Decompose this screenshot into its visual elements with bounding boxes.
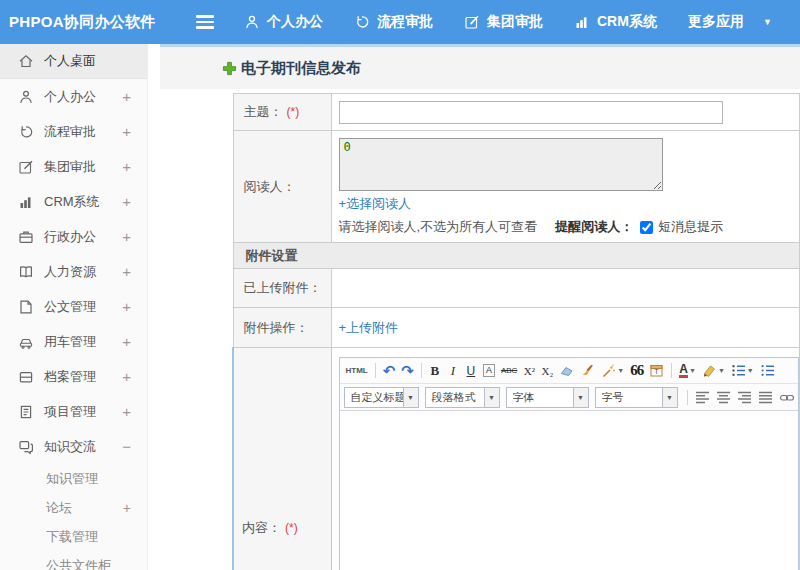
subject-row: 主题：(*): [233, 94, 800, 131]
sidebar-subitem-forum[interactable]: 论坛 +: [0, 493, 147, 522]
italic-button[interactable]: I: [445, 361, 461, 380]
nav-personal-office[interactable]: 个人办公: [244, 13, 323, 31]
subject-input[interactable]: [339, 101, 723, 124]
collapse-sign[interactable]: −: [122, 438, 131, 455]
strikethrough-button[interactable]: ABC: [499, 361, 519, 380]
caret-down-icon: ▼: [403, 388, 418, 407]
font-style-button[interactable]: A: [481, 361, 497, 380]
expand-sign[interactable]: +: [122, 333, 131, 350]
sidebar-item-project-mgmt[interactable]: 项目管理 +: [0, 394, 147, 429]
align-right-button[interactable]: [735, 388, 754, 407]
undo-button[interactable]: ↶: [381, 361, 398, 380]
nav-more-apps[interactable]: 更多应用: [688, 13, 744, 31]
sidebar-item-label: 用车管理: [44, 333, 96, 351]
sidebar-subitem-knowledge-mgmt[interactable]: 知识管理: [0, 464, 147, 493]
font-family-dropdown[interactable]: 字体▼: [506, 387, 589, 408]
sms-notify-checkbox[interactable]: [640, 221, 653, 234]
expand-sign[interactable]: +: [123, 500, 131, 516]
subscript-button[interactable]: X₂: [539, 361, 555, 380]
expand-sign[interactable]: +: [122, 263, 131, 280]
highlight-pen-button[interactable]: ▼: [700, 361, 727, 380]
readers-label: 阅读人：: [244, 179, 296, 194]
caret-down-icon[interactable]: ▼: [763, 17, 772, 27]
sidebar-item-label: 公文管理: [44, 298, 96, 316]
nav-group-approval[interactable]: 集团审批: [464, 13, 543, 31]
align-left-button[interactable]: [693, 388, 712, 407]
underline-button[interactable]: U: [463, 361, 479, 380]
sidebar-item-official-docs[interactable]: 公文管理 +: [0, 289, 147, 324]
sidebar-item-label: 档案管理: [44, 368, 96, 386]
edit-icon: [464, 14, 480, 30]
expand-sign[interactable]: +: [122, 228, 131, 245]
sidebar-item-knowledge-exchange[interactable]: 知识交流 −: [0, 429, 147, 464]
edit-icon: [17, 158, 34, 175]
readers-label-cell: 阅读人：: [233, 131, 331, 243]
ordered-list-button[interactable]: ▼: [729, 361, 756, 380]
readers-hint: 请选择阅读人,不选为所有人可查看: [339, 218, 538, 236]
menu-toggle-icon[interactable]: [196, 15, 214, 29]
redo-button[interactable]: ↷: [399, 361, 416, 380]
readers-textarea[interactable]: 0: [339, 138, 663, 191]
sms-notify-label: 短消息提示: [658, 218, 723, 236]
expand-sign[interactable]: +: [122, 158, 131, 175]
expand-sign[interactable]: +: [122, 193, 131, 210]
nav-label: 流程审批: [377, 13, 433, 31]
paste-as-text-button[interactable]: T: [647, 361, 666, 380]
sidebar-subitem-public-cabinet[interactable]: 公共文件柜: [0, 551, 147, 570]
select-readers-link[interactable]: +选择阅读人: [339, 196, 412, 211]
sidebar-item-admin-office[interactable]: 行政办公 +: [0, 219, 147, 254]
nav-crm-system[interactable]: CRM系统: [574, 13, 657, 31]
plus-icon: [222, 61, 237, 76]
unordered-list-button[interactable]: [758, 361, 777, 380]
publish-form-table: 主题：(*) 阅读人： 0 +选择阅读人 请选择阅读人,不选为所有人可查看: [232, 93, 800, 570]
caret-down-icon: ▼: [718, 367, 725, 374]
sidebar-subitem-download-mgmt[interactable]: 下载管理: [0, 522, 147, 551]
custom-heading-dropdown[interactable]: 自定义标题▼: [344, 387, 419, 408]
expand-sign[interactable]: +: [122, 368, 131, 385]
align-center-button[interactable]: [714, 388, 733, 407]
uploaded-value-cell: [331, 269, 800, 308]
project-icon: [17, 403, 34, 420]
sidebar-item-human-resources[interactable]: 人力资源 +: [0, 254, 147, 289]
person-icon: [17, 88, 34, 105]
bold-button[interactable]: B: [427, 361, 443, 380]
sidebar-item-crm-system[interactable]: CRM系统 +: [0, 184, 147, 219]
history-icon: [17, 123, 34, 140]
content-label: 内容：: [242, 520, 281, 535]
readers-value-cell: 0 +选择阅读人 请选择阅读人,不选为所有人可查看 提醒阅读人： 短消息提示: [331, 131, 800, 243]
html-source-button[interactable]: HTML: [344, 361, 370, 380]
insert-link-button[interactable]: [777, 388, 797, 407]
sidebar: 个人桌面 个人办公 + 流程审批 + 集团审批 + CRM系统 + 行政办公 +: [0, 44, 148, 570]
main-content: 电子期刊信息发布 主题：(*) 阅读人：: [160, 44, 800, 570]
nav-workflow-approval[interactable]: 流程审批: [354, 13, 433, 31]
sidebar-item-personal-desktop[interactable]: 个人桌面: [0, 44, 147, 79]
paragraph-format-dropdown[interactable]: 段落格式▼: [425, 387, 500, 408]
eraser-button[interactable]: [557, 361, 576, 380]
bar-chart-icon: [574, 14, 590, 30]
sidebar-item-personal-office[interactable]: 个人办公 +: [0, 79, 147, 114]
expand-sign[interactable]: +: [122, 123, 131, 140]
font-size-dropdown[interactable]: 字号▼: [595, 387, 678, 408]
font-color-button[interactable]: A▼: [677, 361, 698, 380]
editor-content-area[interactable]: [340, 411, 799, 570]
superscript-button[interactable]: X²: [521, 361, 537, 380]
sidebar-item-group-approval[interactable]: 集团审批 +: [0, 149, 147, 184]
expand-sign[interactable]: +: [122, 88, 131, 105]
sidebar-item-archive-mgmt[interactable]: 档案管理 +: [0, 359, 147, 394]
format-brush-button[interactable]: [578, 361, 597, 380]
sidebar-subitem-label: 知识管理: [46, 470, 98, 488]
editor-toolbar-row1: HTML ↶ ↷ B I U A ABC X²: [340, 358, 799, 384]
sidebar-item-vehicle-mgmt[interactable]: 用车管理 +: [0, 324, 147, 359]
document-icon: [17, 298, 34, 315]
sidebar-item-label: 行政办公: [44, 228, 96, 246]
sidebar-item-workflow-approval[interactable]: 流程审批 +: [0, 114, 147, 149]
sidebar-content-gap: [148, 44, 160, 570]
expand-sign[interactable]: +: [122, 298, 131, 315]
magic-wand-button[interactable]: ▼: [599, 361, 626, 380]
upload-attachment-link[interactable]: +上传附件: [339, 320, 399, 335]
nav-label: 个人办公: [267, 13, 323, 31]
align-justify-button[interactable]: [756, 388, 775, 407]
blockquote-button[interactable]: 66: [628, 361, 645, 380]
expand-sign[interactable]: +: [122, 403, 131, 420]
page-title-bar: 电子期刊信息发布: [160, 47, 800, 89]
